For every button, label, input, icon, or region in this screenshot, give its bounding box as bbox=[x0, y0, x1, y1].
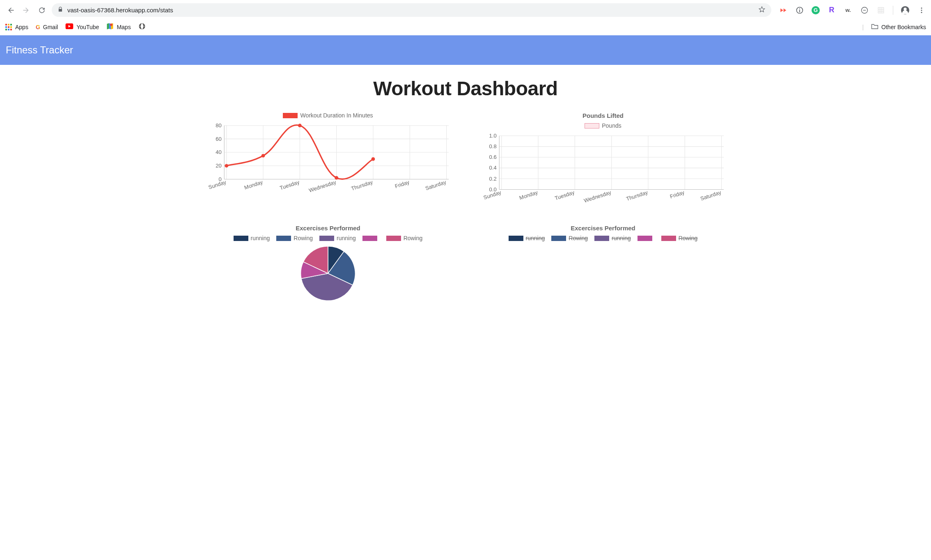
svg-text:Thursday: Thursday bbox=[351, 179, 374, 192]
line-chart: 020406080SundayMondayTuesdayWednesdayThu… bbox=[203, 122, 453, 198]
ext-icon-1[interactable] bbox=[779, 6, 788, 15]
apps-icon bbox=[5, 23, 12, 31]
url-text: vast-oasis-67368.herokuapp.com/stats bbox=[67, 7, 173, 14]
legend-label: Workout Duration In Minutes bbox=[300, 112, 373, 119]
svg-text:Monday: Monday bbox=[243, 179, 264, 191]
maps-shortcut[interactable]: Maps bbox=[106, 23, 131, 31]
legend-item[interactable] bbox=[637, 235, 655, 241]
youtube-label: YouTube bbox=[76, 24, 99, 30]
chart-workout-duration: Workout Duration In Minutes 020406080Sun… bbox=[203, 112, 453, 208]
globe-shortcut[interactable] bbox=[138, 23, 146, 31]
svg-point-20 bbox=[110, 23, 112, 26]
legend-item[interactable]: running bbox=[509, 235, 545, 241]
chart-legend[interactable]: running Rowing running Rowing bbox=[478, 235, 728, 241]
legend-item[interactable]: running bbox=[234, 235, 270, 241]
svg-text:Monday: Monday bbox=[518, 189, 539, 201]
google-icon: G bbox=[36, 24, 40, 30]
svg-rect-15 bbox=[10, 26, 12, 28]
legend-label: Pounds bbox=[602, 122, 621, 129]
legend-item[interactable]: running bbox=[319, 235, 356, 241]
app-header: Fitness Tracker bbox=[0, 35, 931, 65]
ext-icon-grid[interactable] bbox=[876, 6, 885, 15]
apps-shortcut[interactable]: Apps bbox=[5, 23, 28, 31]
gmail-shortcut[interactable]: G Gmail bbox=[36, 24, 58, 30]
legend-chip bbox=[283, 113, 298, 118]
pie-chart bbox=[289, 245, 367, 302]
legend-chip bbox=[637, 236, 652, 241]
menu-icon[interactable] bbox=[917, 6, 926, 15]
chart-exercises-pie-left: Excercises Performed running Rowing runn… bbox=[203, 225, 453, 302]
svg-text:Tuesday: Tuesday bbox=[279, 179, 300, 191]
legend-item[interactable]: Rowing bbox=[386, 235, 423, 241]
maps-label: Maps bbox=[117, 24, 131, 30]
legend-chip bbox=[594, 236, 609, 241]
chart-title: Excercises Performed bbox=[203, 225, 453, 232]
svg-text:Saturday: Saturday bbox=[424, 179, 447, 192]
youtube-icon bbox=[65, 23, 73, 30]
legend-chip bbox=[386, 236, 401, 241]
chart-legend[interactable]: Pounds bbox=[478, 122, 728, 129]
ext-icon-circle[interactable] bbox=[860, 6, 869, 15]
svg-rect-4 bbox=[878, 7, 884, 13]
legend-item[interactable]: Rowing bbox=[551, 235, 588, 241]
svg-text:20: 20 bbox=[216, 163, 222, 169]
legend-chip bbox=[551, 236, 566, 241]
chart-legend[interactable]: running Rowing running Rowing bbox=[203, 235, 453, 241]
gmail-label: Gmail bbox=[43, 24, 58, 30]
svg-text:Wednesday: Wednesday bbox=[583, 189, 612, 204]
address-bar[interactable]: vast-oasis-67368.herokuapp.com/stats bbox=[52, 3, 771, 17]
chart-title: Excercises Performed bbox=[478, 225, 728, 232]
ext-icon-g[interactable]: G bbox=[812, 6, 820, 14]
reload-button[interactable] bbox=[36, 5, 48, 16]
folder-icon bbox=[871, 23, 878, 31]
ext-icon-r[interactable]: R bbox=[827, 6, 836, 15]
svg-rect-18 bbox=[10, 29, 12, 30]
legend-label: Rowing bbox=[294, 235, 313, 241]
other-bookmarks[interactable]: Other Bookmarks bbox=[871, 23, 926, 31]
legend-item[interactable] bbox=[362, 235, 380, 241]
ext-icon-w[interactable]: w. bbox=[844, 6, 853, 15]
svg-point-52 bbox=[371, 157, 375, 161]
page-title: Workout Dashboard bbox=[16, 77, 915, 100]
forward-button[interactable] bbox=[21, 5, 32, 16]
legend-label: running bbox=[612, 235, 631, 241]
chart-pounds-lifted: Pounds Lifted Pounds 0.00.20.40.60.81.0S… bbox=[478, 112, 728, 208]
back-button[interactable] bbox=[5, 5, 16, 16]
svg-text:Sunday: Sunday bbox=[208, 179, 227, 190]
chart-title: Pounds Lifted bbox=[478, 112, 728, 119]
svg-rect-2 bbox=[799, 9, 800, 12]
chart-legend[interactable]: Workout Duration In Minutes bbox=[203, 112, 453, 119]
legend-chip bbox=[362, 236, 377, 241]
svg-point-8 bbox=[921, 9, 922, 11]
svg-text:80: 80 bbox=[216, 122, 222, 129]
ext-icon-info[interactable] bbox=[795, 6, 804, 15]
svg-point-48 bbox=[225, 164, 228, 168]
bookmarks-bar: Apps G Gmail YouTube Maps | Other Bookma… bbox=[0, 20, 931, 35]
svg-rect-12 bbox=[10, 24, 12, 25]
svg-rect-17 bbox=[8, 29, 9, 30]
legend-chip bbox=[509, 236, 523, 241]
star-icon[interactable] bbox=[758, 6, 766, 14]
legend-chip bbox=[276, 236, 291, 241]
svg-text:Tuesday: Tuesday bbox=[554, 189, 575, 202]
arrow-right-icon bbox=[23, 7, 30, 14]
youtube-shortcut[interactable]: YouTube bbox=[65, 23, 99, 30]
page-content: Workout Dashboard Workout Duration In Mi… bbox=[0, 65, 931, 310]
chart-exercises-pie-right: Excercises Performed running Rowing runn… bbox=[478, 225, 728, 302]
reload-icon bbox=[38, 7, 46, 14]
lock-icon bbox=[57, 7, 63, 14]
svg-rect-1 bbox=[799, 8, 800, 9]
legend-item[interactable]: Rowing bbox=[661, 235, 698, 241]
app-title: Fitness Tracker bbox=[6, 44, 73, 55]
profile-icon[interactable] bbox=[901, 6, 910, 15]
bar-chart: 0.00.20.40.60.81.0SundayMondayTuesdayWed… bbox=[478, 132, 728, 208]
legend-item[interactable]: Rowing bbox=[276, 235, 313, 241]
extension-icons: G R w. bbox=[775, 6, 926, 15]
svg-text:Friday: Friday bbox=[669, 189, 686, 200]
legend-label: Rowing bbox=[569, 235, 588, 241]
legend-label: Rowing bbox=[404, 235, 423, 241]
legend-chip bbox=[234, 236, 248, 241]
legend-item[interactable]: running bbox=[594, 235, 631, 241]
svg-text:60: 60 bbox=[216, 136, 222, 142]
legend-label: running bbox=[526, 235, 545, 241]
